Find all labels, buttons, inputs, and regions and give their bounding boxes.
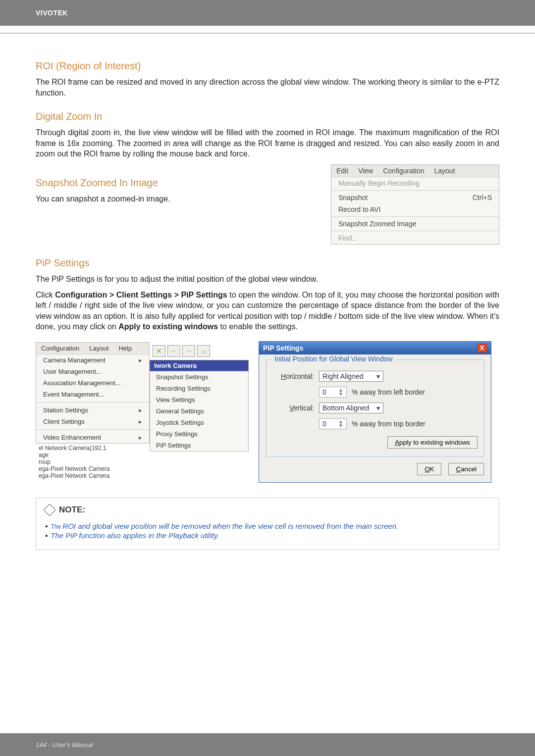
menu-item-snapshot[interactable]: Snapshot Ctrl+S <box>331 192 499 203</box>
config-menu-tabs: Configuration Layout Help <box>36 343 149 354</box>
spin-value: 0 <box>322 388 326 396</box>
client-settings-submenu: Snapshot Settings Recording Settings Vie… <box>150 371 249 452</box>
sub-proxy-settings[interactable]: Proxy Settings <box>150 428 248 440</box>
footer-band: 144 - User's Manual <box>0 733 535 756</box>
menu-bar-configuration[interactable]: Configuration <box>378 165 429 177</box>
header-band: VIVOTEK <box>0 0 535 26</box>
tab-layout[interactable]: Layout <box>84 343 113 354</box>
pip-settings-dialog: PiP Settings X Initial Position for Glob… <box>259 341 491 483</box>
vertical-suffix: % away from top border <box>352 420 426 428</box>
menu-item-begin-recording: Manually Begin Recording <box>331 177 499 189</box>
menu-item-label: Snapshot <box>338 194 368 202</box>
roi-body: The ROI frame can be resized and moved i… <box>36 77 499 98</box>
back-icon[interactable]: ← <box>167 345 180 357</box>
combo-value: Right Aligned <box>322 372 364 380</box>
tree-item[interactable]: age <box>39 452 147 458</box>
cm-camera-management[interactable]: Camera Management▸ <box>36 354 149 366</box>
cm-label: Client Settings <box>43 418 85 425</box>
chevron-down-icon: ▾ <box>376 404 380 412</box>
cm-label: Association Management... <box>43 379 121 387</box>
cm-event-management[interactable]: Event Management... <box>36 389 149 400</box>
menu-item-label: Snapshot Zoomed Image <box>338 220 416 228</box>
chevron-right-icon: ▸ <box>139 356 142 364</box>
content-area: ROI (Region of Interest) The ROI frame c… <box>0 34 535 483</box>
zoom-body: Through digital zoom in, the live view w… <box>36 127 499 159</box>
chevron-right-icon: ▸ <box>139 406 142 414</box>
snapshot-title: Snapshot Zoomed In Image <box>36 177 321 189</box>
menu-separator <box>36 402 149 403</box>
menu-bar-view[interactable]: View <box>353 165 378 177</box>
vertical-spinner[interactable]: 0 ▲▼ <box>319 418 347 429</box>
cancel-button[interactable]: Cancel <box>448 463 484 475</box>
menu-item-snapshot-zoomed[interactable]: Snapshot Zoomed Image <box>331 218 499 230</box>
vertical-label: Vertical: <box>272 404 314 412</box>
apply-phrase: Apply to existing windows <box>118 322 218 331</box>
note-line-1: ▪The ROI and global view position will b… <box>45 522 490 530</box>
tree-item[interactable]: ega-Pixel Network Camera <box>39 465 147 472</box>
spinner-arrows-icon: ▲▼ <box>338 388 343 396</box>
spinner-arrows-icon: ▲▼ <box>338 420 343 428</box>
dialog-title: PiP Settings <box>263 344 303 352</box>
vertical-combo[interactable]: Bottom Aligned ▾ <box>319 403 383 413</box>
tree-item[interactable]: ega-Pixel Network Camera <box>39 472 147 479</box>
apply-button[interactable]: Apply to existing windows <box>387 436 478 449</box>
note-box: NOTE: ▪The ROI and global view position … <box>36 498 499 550</box>
menu-item-label: Manually Begin Recording <box>338 179 419 187</box>
forward-icon[interactable]: → <box>182 345 195 357</box>
cm-station-settings[interactable]: Station Settings▸ <box>36 404 149 416</box>
cm-video-enhancement[interactable]: Video Enhancement▸ <box>36 432 149 443</box>
cm-client-settings[interactable]: Client Settings▸ <box>36 416 149 427</box>
fieldset-initial-position: Initial Position for Global View Window … <box>266 359 484 457</box>
edit-menu-screenshot: Edit View Configuration Layout Manually … <box>331 164 499 245</box>
cm-label: Event Management... <box>43 391 105 398</box>
menu-item-record-avi[interactable]: Record to AVI <box>331 203 499 215</box>
cm-label: Station Settings <box>43 406 88 414</box>
sub-view-settings[interactable]: View Settings <box>150 394 248 405</box>
cm-association-management[interactable]: Association Management... <box>36 377 149 389</box>
close-icon[interactable]: ✕ <box>153 345 165 357</box>
home-icon[interactable]: ⌂ <box>197 345 210 357</box>
device-tree: el Network Camera(192.1 age roup ega-Pix… <box>36 444 150 480</box>
breadcrumb-path: Configuration > Client Settings > PiP Se… <box>55 291 227 299</box>
chevron-down-icon: ▾ <box>376 372 380 380</box>
text: The <box>51 523 62 530</box>
menu-item-label: Find... <box>338 234 358 242</box>
horizontal-spinner[interactable]: 0 ▲▼ <box>319 387 347 398</box>
sub-joystick-settings[interactable]: Joystick Settings <box>150 417 248 428</box>
brand-label: VIVOTEK <box>36 9 68 17</box>
note-heading: NOTE: <box>45 505 490 515</box>
text: Click <box>36 291 55 299</box>
combo-value: Bottom Aligned <box>322 404 369 412</box>
sub-snapshot-settings[interactable]: Snapshot Settings <box>150 371 248 383</box>
menu-item-label: Record to AVI <box>338 205 380 213</box>
cm-user-management[interactable]: User Management... <box>36 366 149 377</box>
horizontal-combo[interactable]: Right Aligned ▾ <box>319 371 383 382</box>
menu-separator <box>331 216 499 217</box>
menu-bar-layout[interactable]: Layout <box>429 165 460 177</box>
pip-body-1: The PiP Settings is for you to adjust th… <box>36 274 499 285</box>
close-icon[interactable]: X <box>477 344 487 353</box>
submenu-header: twork Camera <box>150 360 249 371</box>
footer-text: 144 - User's Manual <box>36 741 93 749</box>
menu-bar-edit[interactable]: Edit <box>331 165 353 177</box>
zoom-title: Digital Zoom In <box>36 111 499 122</box>
ok-button[interactable]: OK <box>417 463 441 475</box>
tab-configuration[interactable]: Configuration <box>36 343 84 354</box>
dialog-titlebar: PiP Settings X <box>259 342 491 354</box>
snapshot-body: You can snapshot a zoomed-in image. <box>36 194 321 204</box>
config-menu-screenshot: Configuration Layout Help Camera Managem… <box>36 342 249 480</box>
sub-recording-settings[interactable]: Recording Settings <box>150 383 248 394</box>
edit-dropdown: Manually Begin Recording Snapshot Ctrl+S… <box>331 177 499 244</box>
cm-label: Video Enhancement <box>43 434 101 441</box>
tree-item[interactable]: el Network Camera(192.1 <box>39 445 147 452</box>
chevron-right-icon: ▸ <box>139 418 142 425</box>
menu-separator <box>36 429 149 430</box>
tree-item[interactable]: roup <box>39 458 147 465</box>
sub-pip-settings[interactable]: PiP Settings <box>150 440 248 451</box>
cm-label: Camera Management <box>43 356 106 364</box>
menu-item-find: Find... <box>331 232 499 244</box>
sub-general-settings[interactable]: General Settings <box>150 405 248 417</box>
config-menu: Configuration Layout Help Camera Managem… <box>36 342 150 444</box>
tab-help[interactable]: Help <box>113 343 137 354</box>
menu-separator <box>331 231 499 231</box>
